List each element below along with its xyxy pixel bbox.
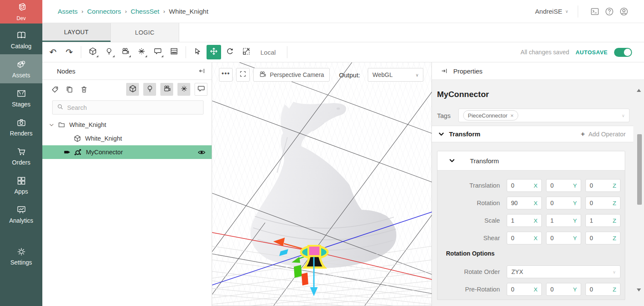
env-label: Dev xyxy=(17,15,26,21)
viewport-3d[interactable]: ••• Perspective Camera Output: WebGL ∨ xyxy=(212,62,432,306)
tree-row-folder[interactable]: White_Knight xyxy=(42,118,212,132)
add-operator-button[interactable]: + Add Operator xyxy=(581,130,626,138)
add-light-button[interactable] xyxy=(101,44,117,60)
user-menu[interactable]: AndreiSE ∨ xyxy=(535,8,568,15)
properties-title: Properties xyxy=(453,68,482,75)
scene-canvas[interactable] xyxy=(212,62,432,306)
camera-icon xyxy=(259,71,266,79)
gizmo-plane-xy xyxy=(294,265,302,278)
save-status: All changes saved xyxy=(520,49,569,56)
sidebar-item-settings[interactable]: Settings xyxy=(0,241,42,271)
rotate-tool-button[interactable] xyxy=(222,44,238,60)
sidebar-item-orders[interactable]: Orders xyxy=(0,141,42,171)
annotation-icon xyxy=(154,47,162,57)
env-switcher[interactable]: Dev xyxy=(0,0,42,24)
editor-toolbar: ↶ ↷ Local All changes saved AUTOSAVE xyxy=(42,42,644,62)
chevron-down-icon[interactable] xyxy=(449,157,455,164)
tab-logic[interactable]: LOGIC xyxy=(111,23,179,42)
add-render-target-button[interactable] xyxy=(166,44,182,60)
shear-x-field[interactable]: 0X xyxy=(507,232,542,244)
chevron-down-icon[interactable] xyxy=(438,131,445,138)
translation-y-field[interactable]: 0Y xyxy=(546,179,581,192)
shear-z-field[interactable]: 0Z xyxy=(585,232,620,244)
pre-rotation-x-field[interactable]: 0X xyxy=(507,283,542,296)
undo-button[interactable]: ↶ xyxy=(45,44,61,60)
filter-nulls-toggle[interactable] xyxy=(177,83,190,96)
search-input[interactable] xyxy=(67,104,199,111)
tree-row-connector-selected[interactable]: MyConnector xyxy=(42,145,212,159)
sidebar-nav: Catalog Assets Stages Renders Orders App… xyxy=(0,25,42,271)
save-zone: All changes saved AUTOSAVE xyxy=(520,48,644,57)
scale-z-field[interactable]: 1Z xyxy=(585,214,620,227)
delete-icon[interactable] xyxy=(77,83,90,96)
rotation-y-field[interactable]: 0Y xyxy=(546,197,581,209)
collapse-left-icon[interactable] xyxy=(198,67,206,75)
tag-icon[interactable] xyxy=(48,83,61,96)
add-camera-button[interactable] xyxy=(117,44,133,60)
camera-select-label: Perspective Camera xyxy=(270,71,324,78)
duplicate-icon[interactable] xyxy=(63,83,76,96)
sidebar-item-analytics[interactable]: Analytics xyxy=(0,200,42,229)
assets-icon xyxy=(16,59,27,70)
shear-y-field[interactable]: 0Y xyxy=(546,232,581,244)
translation-x-field[interactable]: 0X xyxy=(507,179,542,192)
scroll-up-arrow[interactable] xyxy=(637,89,641,92)
sidebar-item-assets[interactable]: Assets xyxy=(0,54,42,83)
filter-models-toggle[interactable] xyxy=(126,83,139,96)
sidebar-item-apps[interactable]: Apps xyxy=(0,171,42,200)
scroll-down-arrow[interactable] xyxy=(637,288,641,291)
help-icon[interactable] xyxy=(602,5,617,18)
add-annotation-button[interactable] xyxy=(150,44,166,60)
undo-icon: ↶ xyxy=(50,48,57,56)
redo-button[interactable]: ↷ xyxy=(61,44,77,60)
tree-row-model[interactable]: White_Knight xyxy=(42,132,212,145)
viewport-more-button[interactable]: ••• xyxy=(219,68,233,82)
scrollbar-thumb[interactable] xyxy=(637,134,642,205)
output-select[interactable]: WebGL ∨ xyxy=(368,68,423,82)
pre-rotation-y-field[interactable]: 0Y xyxy=(546,283,581,296)
breadcrumb-connectors[interactable]: Connectors xyxy=(87,8,121,15)
add-null-button[interactable] xyxy=(133,44,150,60)
move-tool-button[interactable] xyxy=(207,45,221,59)
breadcrumb-separator: › xyxy=(82,8,83,15)
rotation-z-field[interactable]: 0Z xyxy=(585,197,620,209)
tags-input[interactable]: PieceConnector × ∨ xyxy=(458,109,629,122)
gizmo-z-arrowhead xyxy=(310,287,318,296)
pre-rotation-z-field[interactable]: 0Z xyxy=(585,283,620,296)
breadcrumb-assets[interactable]: Assets xyxy=(58,8,78,15)
scale-tool-button[interactable] xyxy=(238,44,254,60)
filter-annotations-toggle[interactable] xyxy=(195,83,207,96)
profile-icon[interactable] xyxy=(617,5,631,18)
breadcrumb-chessset[interactable]: ChessSet xyxy=(130,8,159,15)
toggle-knob xyxy=(624,49,631,56)
divider xyxy=(578,6,578,18)
sidebar-item-catalog[interactable]: Catalog xyxy=(0,25,42,54)
scale-x-field[interactable]: 1X xyxy=(507,214,542,227)
translation-z-field[interactable]: 0Z xyxy=(585,179,620,192)
node-search[interactable] xyxy=(52,100,204,115)
add-model-button[interactable] xyxy=(85,44,101,60)
terminal-icon[interactable] xyxy=(588,5,602,18)
eye-icon[interactable] xyxy=(198,148,206,156)
rotation-x-field[interactable]: 90X xyxy=(507,197,542,209)
sidebar-item-stages[interactable]: Stages xyxy=(0,83,42,112)
rotate-order-select[interactable]: ZYX ∨ xyxy=(507,265,620,278)
remove-tag-icon[interactable]: × xyxy=(511,112,514,119)
chevron-down-icon[interactable] xyxy=(48,122,55,128)
annotation-icon xyxy=(197,85,205,94)
tab-layout[interactable]: LAYOUT xyxy=(42,23,111,42)
select-tool-button[interactable] xyxy=(189,44,206,60)
scale-y-field[interactable]: 1Y xyxy=(546,214,581,227)
camera-select-button[interactable]: Perspective Camera xyxy=(253,68,330,82)
collapse-right-icon[interactable] xyxy=(440,67,448,75)
filter-lights-toggle[interactable] xyxy=(143,83,156,96)
rotate-order-row: Rotate Order ZYX ∨ xyxy=(437,265,625,278)
autosave-toggle[interactable] xyxy=(614,48,632,57)
fullscreen-button[interactable] xyxy=(236,68,250,82)
transform-space-button[interactable]: Local xyxy=(260,49,276,56)
filter-cameras-toggle[interactable] xyxy=(160,83,173,96)
move-icon xyxy=(210,47,218,57)
viewport-controls: ••• Perspective Camera Output: WebGL ∨ xyxy=(219,68,423,82)
sidebar-item-renders[interactable]: Renders xyxy=(0,112,42,141)
nodes-toolbar xyxy=(42,81,212,98)
